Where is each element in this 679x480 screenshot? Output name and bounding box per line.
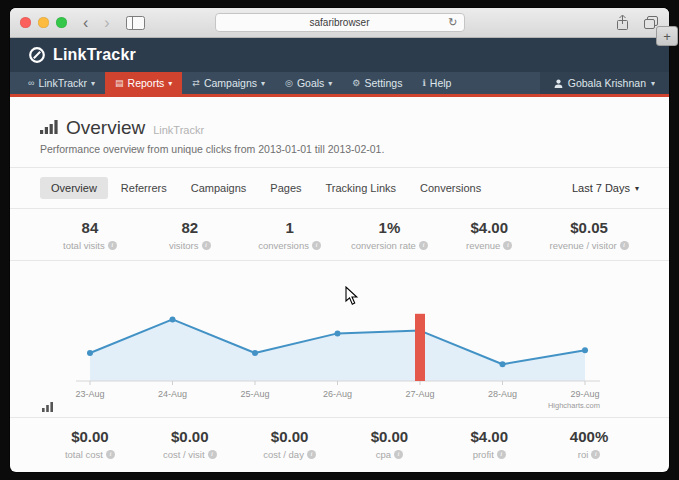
stat-value: $4.00 — [439, 428, 539, 445]
new-tab-plus-button[interactable]: + — [656, 26, 678, 46]
nav-item-label: Settings — [364, 77, 402, 89]
svg-text:29-Aug: 29-Aug — [570, 389, 599, 399]
stat-value: 82 — [140, 219, 240, 236]
stat-value: $0.00 — [140, 428, 240, 445]
info-icon[interactable]: i — [106, 450, 115, 459]
info-icon[interactable]: i — [419, 241, 428, 250]
caret-down-icon: ▾ — [328, 79, 332, 88]
nav-item-campaigns[interactable]: ⇄ Campaigns ▾ — [182, 72, 275, 94]
close-window-icon[interactable] — [20, 17, 31, 28]
tab-referrers[interactable]: Referrers — [110, 177, 178, 199]
nav-item-goals[interactable]: ◎ Goals ▾ — [275, 72, 342, 94]
share-icon — [615, 14, 630, 31]
caret-down-icon: ▾ — [168, 79, 172, 88]
svg-text:27-Aug: 27-Aug — [405, 389, 434, 399]
stat-revenue: $4.00 revenuei — [439, 219, 539, 251]
bar-chart-icon — [40, 120, 58, 134]
chrome-right-buttons — [615, 14, 659, 31]
stat-roi: 400% roii — [539, 428, 639, 460]
sidebar-icon — [126, 16, 145, 30]
stat-value: 400% — [539, 428, 639, 445]
stat-value: $0.00 — [240, 428, 340, 445]
info-icon[interactable]: i — [591, 450, 600, 459]
report-icon: ▤ — [115, 78, 124, 88]
app-header: LinkTrackr — [10, 38, 669, 72]
info-icon[interactable]: i — [108, 241, 117, 250]
stat-value: 1 — [240, 219, 340, 236]
info-icon[interactable]: i — [202, 241, 211, 250]
info-icon[interactable]: i — [312, 241, 321, 250]
browser-window: ‹ › safaribrowser ↻ — [10, 8, 669, 472]
stat-label: cpa — [376, 449, 391, 460]
address-text: safaribrowser — [309, 17, 369, 28]
svg-text:24-Aug: 24-Aug — [158, 389, 187, 399]
logo-text[interactable]: LinkTrackr — [53, 46, 136, 64]
traffic-lights — [20, 17, 67, 28]
tab-pages[interactable]: Pages — [259, 177, 312, 199]
stat-total-visits: 84 total visitsi — [40, 219, 140, 251]
refresh-icon[interactable]: ↻ — [448, 16, 457, 29]
stats-row-bottom: $0.00 total costi $0.00 cost / visiti $0… — [10, 418, 669, 469]
campaigns-icon: ⇄ — [192, 78, 200, 88]
stat-value: $0.00 — [339, 428, 439, 445]
nav-item-label: Goals — [297, 77, 324, 89]
address-bar[interactable]: safaribrowser ↻ — [215, 13, 465, 32]
user-menu[interactable]: Gobala Krishnan ▾ — [540, 72, 669, 94]
help-icon: ℹ — [422, 78, 425, 88]
nav-item-label: Help — [430, 77, 452, 89]
info-icon[interactable]: i — [307, 450, 316, 459]
back-button[interactable]: ‹ — [83, 15, 88, 31]
info-icon[interactable]: i — [497, 450, 506, 459]
tab-overview[interactable]: Overview — [40, 177, 108, 199]
tab-tracking-links[interactable]: Tracking Links — [315, 177, 408, 199]
nav-item-label: Campaigns — [204, 77, 257, 89]
zoom-window-icon[interactable] — [56, 17, 67, 28]
tab-conversions[interactable]: Conversions — [409, 177, 492, 199]
share-button[interactable] — [615, 14, 630, 31]
date-range-selector[interactable]: Last 7 Days ▾ — [572, 182, 639, 194]
page-title-suffix: LinkTrackr — [153, 124, 204, 136]
visits-chart-panel: 23-Aug24-Aug25-Aug26-Aug27-Aug28-Aug29-A… — [10, 261, 669, 418]
stat-conversions: 1 conversionsi — [240, 219, 340, 251]
tab-campaigns[interactable]: Campaigns — [180, 177, 258, 199]
nav-item-help[interactable]: ℹ Help — [412, 72, 461, 94]
page-head: Overview LinkTrackr Performance overview… — [10, 97, 669, 168]
browser-chrome: ‹ › safaribrowser ↻ — [10, 8, 669, 38]
report-tabs: Overview Referrers Campaigns Pages Track… — [10, 168, 669, 209]
sidebar-toggle-button[interactable] — [126, 16, 145, 30]
stat-label: total visits — [63, 240, 105, 251]
stat-label: cost / visit — [163, 449, 205, 460]
stat-label: roi — [578, 449, 589, 460]
minimize-window-icon[interactable] — [38, 17, 49, 28]
visits-chart[interactable]: 23-Aug24-Aug25-Aug26-Aug27-Aug28-Aug29-A… — [40, 265, 639, 417]
chart-mini-bars-icon — [42, 402, 54, 412]
stat-total-cost: $0.00 total costi — [40, 428, 140, 460]
date-range-label: Last 7 Days — [572, 182, 630, 194]
info-icon[interactable]: i — [394, 450, 403, 459]
info-icon[interactable]: i — [620, 241, 629, 250]
stat-cpa: $0.00 cpai — [339, 428, 439, 460]
stat-cost-per-visit: $0.00 cost / visiti — [140, 428, 240, 460]
history-buttons: ‹ › — [83, 15, 110, 31]
svg-text:Highcharts.com: Highcharts.com — [548, 401, 600, 410]
user-name: Gobala Krishnan — [568, 77, 646, 89]
stat-value: 84 — [40, 219, 140, 236]
caret-down-icon: ▾ — [261, 79, 265, 88]
stat-label: profit — [473, 449, 494, 460]
forward-button[interactable]: › — [104, 15, 109, 31]
stat-value: 1% — [339, 219, 439, 236]
user-icon — [554, 79, 563, 88]
goals-icon: ◎ — [285, 78, 293, 88]
nav-item-label: LinkTrackr — [38, 77, 87, 89]
nav-item-linktrackr[interactable]: ∞ LinkTrackr ▾ — [18, 72, 105, 94]
stat-label: conversion rate — [351, 240, 416, 251]
stat-profit: $4.00 profiti — [439, 428, 539, 460]
svg-text:28-Aug: 28-Aug — [488, 389, 517, 399]
info-icon[interactable]: i — [208, 450, 217, 459]
nav-item-reports[interactable]: ▤ Reports ▾ — [105, 72, 182, 94]
nav-item-settings[interactable]: ⚙ Settings — [342, 72, 412, 94]
stat-label: revenue / visitor — [550, 240, 617, 251]
stat-value: $0.05 — [539, 219, 639, 236]
caret-down-icon: ▾ — [651, 79, 655, 88]
info-icon[interactable]: i — [503, 241, 512, 250]
